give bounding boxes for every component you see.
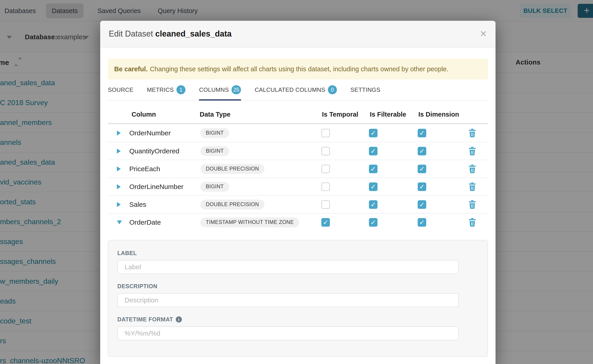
close-icon[interactable]: ✕ <box>480 30 487 38</box>
info-icon[interactable] <box>176 316 182 323</box>
modal-title: Edit Datasetcleaned_sales_data <box>109 29 231 39</box>
column-row: OrderNumber BIGINT <box>108 124 488 142</box>
expand-caret-icon[interactable] <box>117 149 121 154</box>
edit-dataset-modal: Edit Datasetcleaned_sales_data ✕ Be care… <box>100 21 495 364</box>
is-filterable-checkbox[interactable] <box>369 218 377 227</box>
is-dimension-checkbox[interactable] <box>418 147 426 155</box>
tab-calculated-columns[interactable]: CALCULATED COLUMNS0 <box>255 85 337 100</box>
is-temporal-checkbox[interactable] <box>321 129 330 137</box>
is-temporal-checkbox[interactable] <box>321 165 330 173</box>
columns-table-body: OrderNumber BIGINT QuantityOrdered BIGIN… <box>108 124 488 231</box>
column-row: QuantityOrdered BIGINT <box>108 142 488 160</box>
expand-caret-icon[interactable] <box>117 130 121 136</box>
tab-badge: 0 <box>328 85 337 94</box>
label-input[interactable] <box>117 260 459 274</box>
columns-table-header: Column Data Type Is Temporal Is Filterab… <box>108 101 488 124</box>
warning-text: Changing these settings will affect all … <box>150 65 448 73</box>
tab-metrics[interactable]: METRICS1 <box>147 85 185 100</box>
is-filterable-checkbox[interactable] <box>369 129 377 137</box>
tab-settings[interactable]: SETTINGS <box>350 85 380 100</box>
column-row: PriceEach DOUBLE PRECISION <box>108 160 488 177</box>
delete-trash-icon[interactable] <box>468 129 476 137</box>
is-filterable-checkbox[interactable] <box>369 200 377 209</box>
column-row: OrderDate TIMESTAMP WITHOUT TIME ZONE <box>108 213 488 231</box>
dataset-name: cleaned_sales_data <box>155 29 231 38</box>
data-type-pill: DOUBLE PRECISION <box>200 164 264 174</box>
is-temporal-checkbox[interactable] <box>321 147 330 155</box>
description-field-label: DESCRIPTION <box>117 283 478 290</box>
delete-trash-icon[interactable] <box>468 200 476 209</box>
warning-bold: Be careful. <box>114 65 148 73</box>
data-type-pill: BIGINT <box>200 146 229 156</box>
expand-caret-icon[interactable] <box>117 220 122 224</box>
delete-trash-icon[interactable] <box>468 218 476 227</box>
expand-caret-icon[interactable] <box>117 166 121 171</box>
page: Databases Datasets Saved Queries Query H… <box>0 0 593 364</box>
expand-caret-icon[interactable] <box>117 184 121 189</box>
modal-tabs: SOURCE METRICS1 COLUMNS25 CALCULATED COL… <box>108 85 488 101</box>
delete-trash-icon[interactable] <box>468 147 476 156</box>
is-dimension-checkbox[interactable] <box>418 218 426 227</box>
is-temporal-checkbox[interactable] <box>321 218 330 227</box>
datetime-format-field: DATETIME FORMAT <box>117 316 478 340</box>
warning-banner: Be careful. Changing these settings will… <box>108 59 488 79</box>
data-type-pill: BIGINT <box>200 128 229 138</box>
modal-header: Edit Datasetcleaned_sales_data ✕ <box>100 21 495 47</box>
data-type-pill: DOUBLE PRECISION <box>200 200 264 209</box>
is-filterable-checkbox[interactable] <box>369 165 377 173</box>
expand-caret-icon[interactable] <box>117 202 121 207</box>
delete-trash-icon[interactable] <box>468 182 476 191</box>
column-row: OrderLineNumber BIGINT <box>108 177 488 195</box>
modal-body: Be careful. Changing these settings will… <box>100 59 495 357</box>
tab-columns[interactable]: COLUMNS25 <box>199 85 241 100</box>
description-field: DESCRIPTION <box>117 283 478 307</box>
datetime-format-input[interactable] <box>117 326 459 340</box>
label-field: LABEL <box>117 250 478 274</box>
column-editor-panel: LABEL DESCRIPTION DATETIME FORMAT <box>108 240 488 357</box>
delete-trash-icon[interactable] <box>468 164 476 173</box>
is-filterable-checkbox[interactable] <box>369 147 377 155</box>
column-row: Sales DOUBLE PRECISION <box>108 195 488 213</box>
tab-badge: 1 <box>177 85 185 94</box>
is-dimension-checkbox[interactable] <box>418 165 426 173</box>
data-type-pill: BIGINT <box>200 182 229 192</box>
is-dimension-checkbox[interactable] <box>418 182 426 191</box>
tab-badge: 25 <box>231 85 241 94</box>
is-dimension-checkbox[interactable] <box>418 200 426 209</box>
tab-source[interactable]: SOURCE <box>108 85 133 100</box>
data-type-pill: TIMESTAMP WITHOUT TIME ZONE <box>200 217 299 227</box>
is-temporal-checkbox[interactable] <box>321 200 330 209</box>
description-input[interactable] <box>117 293 459 307</box>
is-filterable-checkbox[interactable] <box>369 182 377 191</box>
is-dimension-checkbox[interactable] <box>418 129 426 137</box>
label-field-label: LABEL <box>117 250 478 256</box>
datetime-format-field-label: DATETIME FORMAT <box>117 316 478 323</box>
is-temporal-checkbox[interactable] <box>321 182 330 191</box>
